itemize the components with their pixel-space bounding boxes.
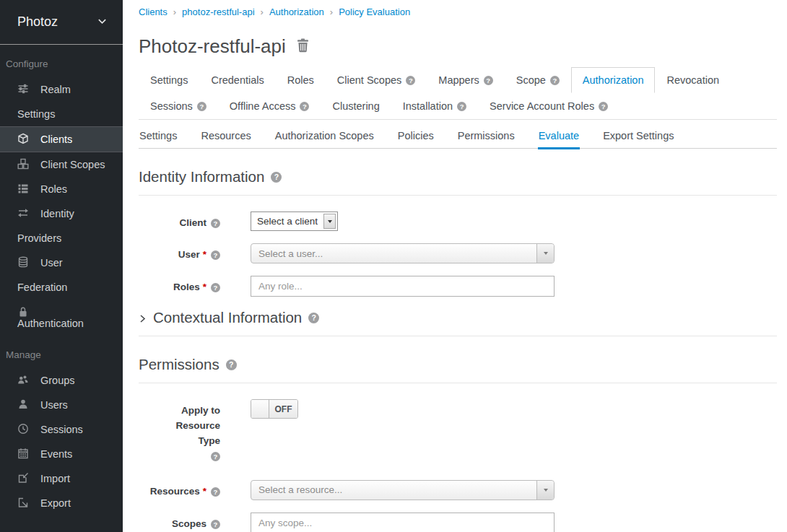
help-icon: [406, 76, 415, 85]
help-icon: [211, 283, 220, 292]
user-icon: [17, 398, 29, 410]
list-icon: [17, 183, 29, 194]
sliders-icon: [17, 83, 29, 95]
help-icon: [211, 219, 220, 228]
roles-input[interactable]: [251, 276, 555, 297]
help-icon: [271, 172, 282, 183]
tab-scope[interactable]: Scope: [505, 67, 571, 93]
sidebar-item-user-federation[interactable]: User Federation: [0, 250, 123, 300]
help-icon: [308, 313, 319, 323]
main-content: Clients › photoz-restful-api › Authoriza…: [123, 0, 787, 532]
sidebar-item-client-scopes[interactable]: Client Scopes: [0, 152, 123, 177]
help-icon: [599, 102, 608, 111]
roles-label: Roles: [139, 276, 220, 295]
tab-roles[interactable]: Roles: [276, 67, 326, 93]
breadcrumb: Clients › photoz-restful-api › Authoriza…: [139, 6, 777, 17]
required-asterisk: [200, 282, 206, 292]
delete-client-icon[interactable]: [296, 38, 310, 56]
tab-clustering[interactable]: Clustering: [321, 93, 391, 119]
help-icon: [550, 76, 560, 85]
page-title: Photoz-restful-api: [139, 35, 286, 58]
breadcrumb-authorization[interactable]: Authorization: [269, 6, 324, 17]
subtab-resources[interactable]: Resources: [200, 124, 251, 148]
sidebar-item-import[interactable]: Import: [0, 466, 123, 491]
subtab-authorization-scopes[interactable]: Authorization Scopes: [274, 124, 375, 148]
required-asterisk: [200, 249, 206, 260]
breadcrumb-clients[interactable]: Clients: [139, 6, 168, 17]
sidebar-item-clients[interactable]: Clients: [0, 126, 123, 152]
breadcrumb-client-id[interactable]: photoz-restful-api: [182, 6, 254, 17]
breadcrumb-policy-evaluation[interactable]: Policy Evaluation: [339, 6, 410, 17]
exchange-icon: [17, 207, 29, 219]
realm-selector[interactable]: Photoz: [0, 0, 123, 45]
help-icon: [211, 487, 220, 497]
tab-service-account-roles[interactable]: Service Account Roles: [478, 93, 619, 119]
permissions-heading: Permissions: [139, 356, 777, 383]
cube-icon: [17, 133, 29, 144]
sidebar-item-sessions[interactable]: Sessions: [0, 417, 123, 442]
export-icon: [17, 497, 29, 508]
help-icon: [211, 250, 220, 260]
breadcrumb-separator: ›: [255, 6, 269, 17]
tab-mappers[interactable]: Mappers: [427, 67, 504, 93]
subtab-settings[interactable]: Settings: [139, 124, 178, 148]
scopes-label: Scopes: [139, 513, 220, 532]
calendar-icon: [17, 448, 29, 459]
scopes-input[interactable]: [251, 513, 555, 532]
identity-information-heading: Identity Information: [139, 168, 777, 196]
client-select[interactable]: Select a client: [251, 212, 338, 231]
subtab-policies[interactable]: Policies: [397, 124, 435, 148]
tab-settings[interactable]: Settings: [139, 67, 199, 93]
sidebar-item-identity-providers[interactable]: Identity Providers: [0, 201, 123, 250]
tab-offline-access[interactable]: Offline Access: [218, 93, 321, 119]
sidebar-item-roles[interactable]: Roles: [0, 177, 123, 201]
select-arrow-icon: [536, 244, 554, 263]
help-icon: [211, 452, 220, 461]
tab-authorization[interactable]: Authorization: [571, 67, 656, 93]
sidebar-item-events[interactable]: Events: [0, 442, 123, 466]
user-label: User: [139, 243, 220, 263]
sidebar-item-groups[interactable]: Groups: [0, 368, 123, 393]
chevron-down-icon: [97, 16, 107, 29]
apply-to-resource-type-toggle[interactable]: OFF: [251, 399, 298, 419]
configure-nav: Realm Settings Clients Client Scopes Rol…: [0, 77, 123, 336]
sidebar: Photoz Configure Realm Settings Clients …: [0, 0, 123, 532]
sidebar-item-users[interactable]: Users: [0, 393, 123, 417]
database-icon: [17, 256, 29, 268]
help-icon: [457, 102, 466, 111]
group-icon: [17, 374, 29, 385]
chevron-right-icon: [139, 309, 153, 326]
sidebar-item-export[interactable]: Export: [0, 491, 123, 515]
import-icon: [17, 472, 29, 484]
breadcrumb-separator: ›: [324, 6, 339, 17]
user-select[interactable]: Select a user...: [251, 243, 555, 263]
lock-icon: [17, 306, 29, 318]
sidebar-section-configure: Configure: [0, 58, 123, 69]
tab-sessions[interactable]: Sessions: [139, 93, 218, 119]
tab-revocation[interactable]: Revocation: [655, 67, 731, 93]
select-arrow-icon: [536, 481, 554, 500]
contextual-information-heading[interactable]: Contextual Information: [139, 309, 777, 336]
toggle-handle: [251, 400, 269, 418]
authorization-subtabs: Settings Resources Authorization Scopes …: [139, 124, 777, 149]
help-icon: [226, 359, 237, 370]
subtab-permissions[interactable]: Permissions: [457, 124, 516, 148]
resources-label: Resources: [139, 480, 220, 500]
help-icon: [197, 102, 206, 111]
sidebar-item-authentication[interactable]: Authentication: [0, 306, 123, 336]
tab-credentials[interactable]: Credentials: [199, 67, 275, 93]
breadcrumb-separator: ›: [168, 6, 182, 17]
clock-icon: [17, 423, 29, 435]
select-arrow-icon: [323, 214, 336, 229]
manage-nav: Groups Users Sessions Events Import Expo…: [0, 368, 123, 515]
subtab-export-settings[interactable]: Export Settings: [602, 124, 674, 148]
tab-client-scopes[interactable]: Client Scopes: [326, 67, 427, 93]
resources-select[interactable]: Select a resource...: [251, 480, 555, 500]
required-asterisk: [200, 486, 206, 497]
client-tabs: Settings Credentials Roles Client Scopes…: [139, 67, 777, 120]
subtab-evaluate[interactable]: Evaluate: [538, 124, 580, 148]
help-icon: [484, 76, 493, 85]
sidebar-item-realm-settings[interactable]: Realm Settings: [0, 77, 123, 126]
help-icon: [300, 102, 309, 111]
tab-installation[interactable]: Installation: [391, 93, 478, 119]
